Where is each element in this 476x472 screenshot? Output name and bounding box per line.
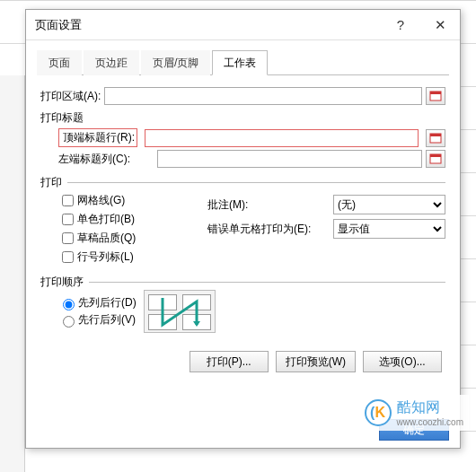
print-titles-group-label: 打印标题 <box>40 110 445 126</box>
top-title-row-collapse-icon[interactable] <box>426 129 445 147</box>
divider <box>67 182 445 183</box>
gridlines-checkbox[interactable] <box>62 195 74 206</box>
print-button[interactable]: 打印(P)... <box>190 351 269 372</box>
svg-rect-1 <box>430 92 441 94</box>
close-button[interactable]: ✕ <box>420 10 460 40</box>
errors-label: 错误单元格打印为(E): <box>207 222 333 237</box>
titlebar: 页面设置 ? ✕ <box>26 10 460 40</box>
tab-bar: 页面 页边距 页眉/页脚 工作表 <box>37 49 449 75</box>
black-white-checkbox[interactable] <box>62 214 74 225</box>
print-area-input[interactable] <box>104 87 422 105</box>
top-title-row-highlight: 顶端标题行(R): <box>58 128 137 147</box>
left-title-col-collapse-icon[interactable] <box>426 150 445 168</box>
row-col-headings-label: 行号列标(L) <box>77 249 134 265</box>
tab-page[interactable]: 页面 <box>37 50 82 75</box>
print-order-graphic <box>144 290 216 333</box>
left-title-col-input[interactable] <box>157 150 422 168</box>
black-white-label: 单色打印(B) <box>77 212 135 227</box>
gridlines-label: 网格线(G) <box>77 193 125 208</box>
left-title-col-label: 左端标题列(C): <box>58 152 154 167</box>
top-title-row-input[interactable] <box>145 129 419 147</box>
down-then-over-label: 先列后行(D) <box>78 295 137 310</box>
over-then-down-label: 先行后列(V) <box>78 312 136 328</box>
watermark-domain: www.coozhi.com <box>397 417 463 427</box>
draft-checkbox[interactable] <box>62 232 74 244</box>
print-order-group-label: 打印顺序 <box>40 275 84 290</box>
errors-select[interactable]: 显示值 <box>333 219 445 239</box>
tab-header-footer[interactable]: 页眉/页脚 <box>141 50 210 75</box>
print-area-row: 打印区域(A): <box>40 87 445 105</box>
help-button[interactable]: ? <box>381 10 420 40</box>
comments-select[interactable]: (无) <box>333 195 445 214</box>
comments-label: 批注(M): <box>207 197 333 213</box>
top-title-row-label: 顶端标题行(R): <box>63 130 135 145</box>
print-group-label: 打印 <box>40 175 62 190</box>
options-button[interactable]: 选项(O)... <box>363 351 442 372</box>
watermark-logo-icon: (K <box>365 399 392 426</box>
watermark: (K 酷知网 www.coozhi.com <box>359 395 469 431</box>
draft-label: 草稿品质(Q) <box>77 231 136 246</box>
print-preview-button[interactable]: 打印预览(W) <box>276 351 356 372</box>
dialog-title: 页面设置 <box>35 17 381 33</box>
over-then-down-radio[interactable] <box>63 316 75 328</box>
svg-rect-5 <box>430 154 441 157</box>
tab-sheet[interactable]: 工作表 <box>212 50 268 75</box>
print-area-label: 打印区域(A): <box>40 89 101 104</box>
print-area-collapse-icon[interactable] <box>426 87 445 105</box>
watermark-brand: 酷知网 <box>397 399 440 415</box>
divider <box>89 282 445 283</box>
row-col-headings-checkbox[interactable] <box>62 251 74 263</box>
svg-rect-3 <box>430 134 441 136</box>
tab-margins[interactable]: 页边距 <box>84 50 139 75</box>
down-then-over-radio[interactable] <box>63 299 75 310</box>
page-setup-dialog: 页面设置 ? ✕ 页面 页边距 页眉/页脚 工作表 打印区域(A): 打印标题 … <box>25 9 461 449</box>
